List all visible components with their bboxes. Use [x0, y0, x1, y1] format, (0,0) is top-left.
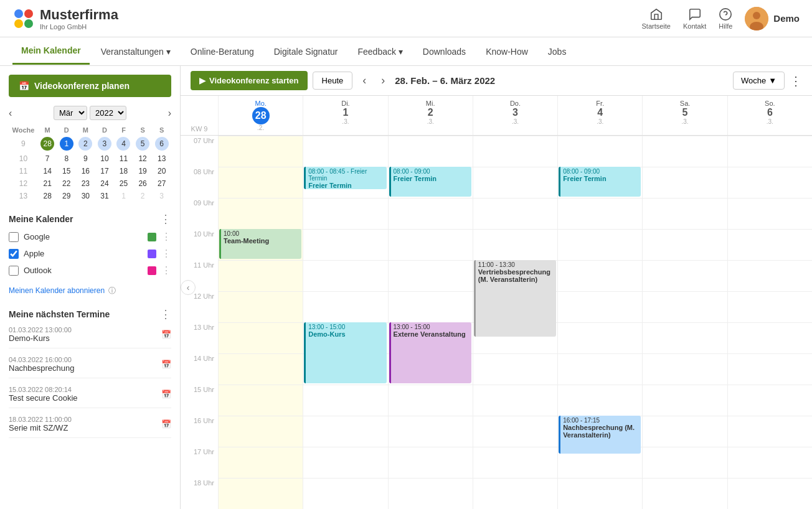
time-cell-2-1[interactable] [303, 198, 387, 229]
time-cell-0-2[interactable] [388, 136, 473, 167]
time-cell-1-0[interactable] [218, 167, 303, 198]
time-cell-9-2[interactable] [388, 416, 473, 447]
time-cell-10-1[interactable] [303, 447, 387, 478]
time-cell-3-4[interactable] [557, 229, 642, 260]
time-cell-8-5[interactable] [642, 385, 727, 416]
time-cell-7-0[interactable] [218, 353, 303, 385]
outlook-checkbox[interactable] [9, 266, 19, 276]
user-area[interactable]: Demo [745, 7, 800, 30]
subscribe-info-icon[interactable]: ⓘ [108, 286, 116, 296]
time-cell-2-0[interactable] [218, 198, 303, 229]
time-cell-9-3[interactable] [473, 416, 557, 447]
time-cell-11-0[interactable] [218, 478, 303, 509]
nav-mein-kalender[interactable]: Mein Kalender [12, 38, 90, 65]
prev-month-btn[interactable]: ‹ [9, 108, 12, 119]
time-cell-11-1[interactable] [303, 478, 387, 509]
time-cell-8-0[interactable] [218, 385, 303, 416]
time-cell-4-3[interactable] [473, 260, 557, 291]
time-cell-10-2[interactable] [388, 447, 473, 478]
time-cell-1-4[interactable] [557, 167, 642, 198]
time-cell-0-5[interactable] [642, 136, 727, 167]
time-cell-10-5[interactable] [642, 447, 727, 478]
time-cell-4-1[interactable] [303, 260, 387, 291]
time-cell-5-2[interactable] [388, 291, 473, 322]
nav-downloads[interactable]: Downloads [414, 39, 474, 64]
time-cell-6-0[interactable] [218, 322, 303, 353]
next-appointments-menu-btn[interactable]: ⋮ [160, 307, 171, 321]
time-cell-1-6[interactable] [727, 167, 812, 198]
time-cell-4-4[interactable] [557, 260, 642, 291]
time-cell-8-6[interactable] [727, 385, 812, 416]
outlook-menu-btn[interactable]: ⋮ [161, 264, 171, 276]
apple-menu-btn[interactable]: ⋮ [161, 248, 171, 259]
time-cell-5-6[interactable] [727, 291, 812, 322]
time-cell-2-2[interactable] [388, 198, 473, 229]
time-cell-4-5[interactable] [642, 260, 727, 291]
time-cell-7-4[interactable] [557, 353, 642, 385]
time-cell-8-2[interactable] [388, 385, 473, 416]
time-cell-3-5[interactable] [642, 229, 727, 260]
time-cell-11-4[interactable] [557, 478, 642, 509]
time-cell-6-6[interactable] [727, 322, 812, 353]
start-video-btn[interactable]: ▶ Videokonferenz starten [191, 71, 308, 90]
time-cell-10-3[interactable] [473, 447, 557, 478]
time-cell-11-2[interactable] [388, 478, 473, 509]
startseite-btn[interactable]: Startseite [642, 7, 671, 30]
time-cell-5-3[interactable] [473, 291, 557, 322]
time-cell-3-3[interactable] [473, 229, 557, 260]
sidebar-collapse-btn[interactable]: ‹ [181, 280, 196, 295]
time-cell-0-1[interactable] [303, 136, 387, 167]
hilfe-btn[interactable]: Hilfe [719, 7, 732, 30]
google-menu-btn[interactable]: ⋮ [161, 231, 171, 243]
time-cell-8-1[interactable] [303, 385, 387, 416]
time-cell-5-0[interactable] [218, 291, 303, 322]
time-cell-6-2[interactable] [388, 322, 473, 353]
prev-week-btn[interactable]: ‹ [357, 72, 371, 90]
more-options-btn[interactable]: ⋮ [790, 73, 802, 88]
time-cell-6-4[interactable] [557, 322, 642, 353]
time-cell-8-3[interactable] [473, 385, 557, 416]
plan-video-btn[interactable]: 📅 Videokonferenz planen [9, 75, 171, 97]
time-cell-11-6[interactable] [727, 478, 812, 509]
time-cell-9-6[interactable] [727, 416, 812, 447]
time-cell-4-6[interactable] [727, 260, 812, 291]
next-month-btn[interactable]: › [168, 108, 171, 119]
nav-online-beratung[interactable]: Online-Beratung [182, 39, 263, 64]
time-cell-7-3[interactable] [473, 353, 557, 385]
time-cell-10-4[interactable] [557, 447, 642, 478]
time-cell-9-0[interactable] [218, 416, 303, 447]
time-cell-4-2[interactable] [388, 260, 473, 291]
time-cell-9-5[interactable] [642, 416, 727, 447]
time-cell-3-1[interactable] [303, 229, 387, 260]
time-cell-2-6[interactable] [727, 198, 812, 229]
time-cell-7-1[interactable] [303, 353, 387, 385]
time-cell-1-3[interactable] [473, 167, 557, 198]
time-cell-3-6[interactable] [727, 229, 812, 260]
time-cell-4-0[interactable] [218, 260, 303, 291]
time-cell-2-3[interactable] [473, 198, 557, 229]
year-select[interactable]: 202020212022 20232024 [90, 106, 126, 120]
time-cell-6-3[interactable] [473, 322, 557, 353]
time-cell-5-4[interactable] [557, 291, 642, 322]
today-btn[interactable]: Heute [313, 72, 353, 90]
view-selector-btn[interactable]: Woche ▼ [733, 72, 785, 90]
time-cell-8-4[interactable] [557, 385, 642, 416]
time-cell-11-3[interactable] [473, 478, 557, 509]
nav-veranstaltungen[interactable]: Veranstaltungen ▾ [92, 39, 179, 64]
time-cell-5-5[interactable] [642, 291, 727, 322]
nav-digitale-signatur[interactable]: Digitale Signatur [265, 39, 347, 64]
time-cell-0-6[interactable] [727, 136, 812, 167]
time-cell-0-4[interactable] [557, 136, 642, 167]
nav-know-how[interactable]: Know-How [477, 39, 537, 64]
time-cell-9-1[interactable] [303, 416, 387, 447]
time-cell-11-5[interactable] [642, 478, 727, 509]
google-checkbox[interactable] [9, 232, 19, 242]
next-week-btn[interactable]: › [376, 72, 390, 90]
my-calendars-menu-btn[interactable]: ⋮ [160, 212, 171, 226]
time-cell-0-0[interactable] [218, 136, 303, 167]
time-cell-6-1[interactable] [303, 322, 387, 353]
time-cell-10-6[interactable] [727, 447, 812, 478]
subscribe-link[interactable]: Meinen Kalender abonnieren [9, 286, 105, 295]
time-cell-7-2[interactable] [388, 353, 473, 385]
time-cell-3-2[interactable] [388, 229, 473, 260]
